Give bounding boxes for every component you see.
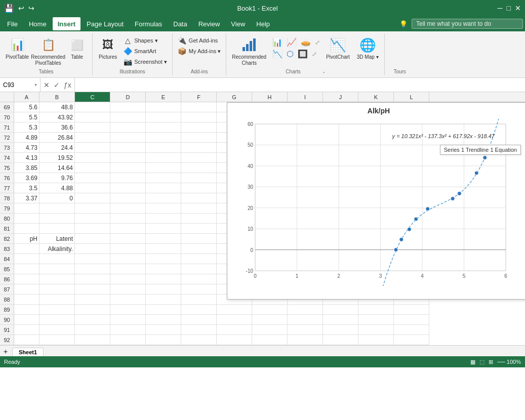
cell-F73[interactable]: [181, 143, 217, 153]
cell-C80[interactable]: [75, 214, 110, 224]
row-num[interactable]: 87: [0, 284, 14, 295]
cell-D89[interactable]: [110, 305, 146, 315]
normal-view-icon[interactable]: ▦: [470, 359, 475, 365]
cell-G91[interactable]: [217, 325, 252, 335]
cell-H90[interactable]: [252, 315, 288, 325]
cell-B76[interactable]: 9.76: [39, 173, 75, 183]
row-num[interactable]: 83: [0, 244, 14, 254]
confirm-icon[interactable]: ✓: [53, 81, 61, 89]
cell-C78[interactable]: [75, 193, 110, 203]
recommended-charts-btn[interactable]: RecommendedCharts: [229, 35, 269, 68]
cell-A69[interactable]: 5.6: [14, 102, 39, 112]
name-box[interactable]: C93 ▾: [0, 78, 41, 92]
cell-D72[interactable]: [110, 133, 146, 143]
cell-D75[interactable]: [110, 163, 146, 173]
menu-review[interactable]: Review: [193, 17, 225, 30]
cell-C75[interactable]: [75, 163, 110, 173]
row-num[interactable]: 78: [0, 193, 14, 203]
cell-C82[interactable]: [75, 234, 110, 244]
cell-D71[interactable]: [110, 122, 146, 133]
cell-F90[interactable]: [181, 315, 217, 325]
cell-E88[interactable]: [146, 295, 181, 305]
cell-A75[interactable]: 3.85: [14, 163, 39, 173]
row-num[interactable]: 82: [0, 234, 14, 244]
cell-A83[interactable]: [14, 244, 39, 254]
page-break-icon[interactable]: ⊞: [489, 359, 493, 365]
cell-A85[interactable]: [14, 264, 39, 274]
cell-F87[interactable]: [181, 284, 217, 295]
cell-C83[interactable]: [75, 244, 110, 254]
pie-chart-icon[interactable]: 🥧: [299, 37, 312, 48]
scatter-chart-icon[interactable]: ⬡: [285, 49, 295, 59]
row-num[interactable]: 90: [0, 315, 14, 325]
cell-D85[interactable]: [110, 264, 146, 274]
cell-B88[interactable]: [39, 295, 75, 305]
cell-E78[interactable]: [146, 193, 181, 203]
cell-B87[interactable]: [39, 284, 75, 295]
cell-J92[interactable]: [323, 335, 358, 345]
cell-F92[interactable]: [181, 335, 217, 345]
shapes-btn[interactable]: △ Shapes ▾: [121, 35, 169, 46]
cell-C89[interactable]: [75, 305, 110, 315]
pivot-chart-btn[interactable]: 📉 PivotChart: [324, 35, 352, 62]
cell-D83[interactable]: [110, 244, 146, 254]
cell-C92[interactable]: [75, 335, 110, 345]
cell-E92[interactable]: [146, 335, 181, 345]
cell-C91[interactable]: [75, 325, 110, 335]
cell-E69[interactable]: [146, 102, 181, 112]
cell-C70[interactable]: [75, 112, 110, 122]
cell-F79[interactable]: [181, 203, 217, 214]
col-header-f[interactable]: F: [181, 92, 217, 102]
cell-D76[interactable]: [110, 173, 146, 183]
cell-F83[interactable]: [181, 244, 217, 254]
maximize-btn[interactable]: □: [507, 4, 511, 12]
menu-help[interactable]: Help: [251, 17, 275, 30]
cell-E84[interactable]: [146, 254, 181, 264]
cell-C71[interactable]: [75, 122, 110, 133]
3d-map-btn[interactable]: 🌐 3D Map ▾: [354, 35, 381, 62]
formula-input[interactable]: [75, 78, 525, 92]
recommended-pivot-tables-btn[interactable]: 📋 Recommended PivotTables: [32, 35, 64, 68]
cell-D78[interactable]: [110, 193, 146, 203]
cell-E75[interactable]: [146, 163, 181, 173]
col-header-k[interactable]: K: [358, 92, 394, 102]
bar-chart-icon[interactable]: 📊: [271, 37, 284, 48]
cell-A79[interactable]: [14, 203, 39, 214]
cell-G89[interactable]: [217, 305, 252, 315]
cell-C87[interactable]: [75, 284, 110, 295]
cell-B85[interactable]: [39, 264, 75, 274]
cell-E72[interactable]: [146, 133, 181, 143]
row-num[interactable]: 84: [0, 254, 14, 264]
cell-C77[interactable]: [75, 183, 110, 193]
cell-I91[interactable]: [288, 325, 323, 335]
cell-E80[interactable]: [146, 214, 181, 224]
cell-F82[interactable]: [181, 234, 217, 244]
chart-expand-icon[interactable]: ⤢: [313, 38, 321, 47]
cell-E71[interactable]: [146, 122, 181, 133]
cell-E70[interactable]: [146, 112, 181, 122]
cell-B86[interactable]: [39, 274, 75, 284]
col-header-b[interactable]: B: [39, 92, 75, 102]
cell-C74[interactable]: [75, 153, 110, 163]
cell-C69[interactable]: [75, 102, 110, 112]
cell-B92[interactable]: [39, 335, 75, 345]
cell-A82[interactable]: pH: [14, 234, 39, 244]
row-num[interactable]: 69: [0, 102, 14, 112]
cell-F70[interactable]: [181, 112, 217, 122]
cell-A80[interactable]: [14, 214, 39, 224]
cell-F88[interactable]: [181, 295, 217, 305]
cell-F72[interactable]: [181, 133, 217, 143]
line-chart-icon[interactable]: 📈: [285, 37, 298, 48]
cell-D91[interactable]: [110, 325, 146, 335]
cell-C90[interactable]: [75, 315, 110, 325]
cell-C72[interactable]: [75, 133, 110, 143]
redo-icon[interactable]: ↪: [28, 4, 34, 12]
cell-B77[interactable]: 4.88: [39, 183, 75, 193]
menu-pagelayout[interactable]: Page Layout: [82, 17, 129, 30]
col-header-d[interactable]: D: [110, 92, 146, 102]
row-num[interactable]: 85: [0, 264, 14, 274]
cell-D82[interactable]: [110, 234, 146, 244]
cell-H89[interactable]: [252, 305, 288, 315]
row-num[interactable]: 89: [0, 305, 14, 315]
cell-D81[interactable]: [110, 224, 146, 234]
